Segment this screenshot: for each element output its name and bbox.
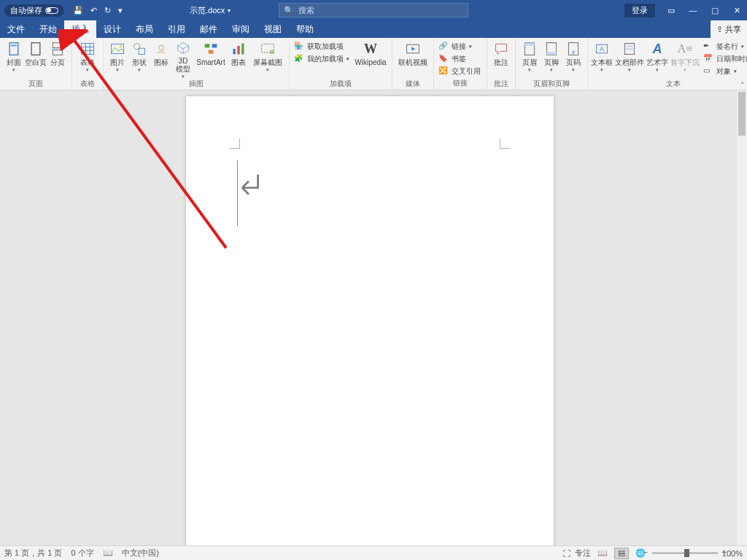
wikipedia-button[interactable]: WWikipedia <box>352 39 389 79</box>
svg-marker-29 <box>411 47 415 51</box>
tab-insert[interactable]: 插入 <box>64 20 96 38</box>
model3d-button[interactable]: 3D 模型▾ <box>172 39 194 79</box>
footer-button[interactable]: 页脚▾ <box>541 39 562 79</box>
link-icon: 🔗 <box>438 42 449 52</box>
svg-text:A: A <box>600 45 605 52</box>
spellcheck-icon[interactable]: 📖 <box>103 548 113 558</box>
pagenum-button[interactable]: #页码▾ <box>562 39 584 79</box>
quickparts-label: 文档部件 <box>615 58 644 66</box>
model3d-icon <box>175 41 191 55</box>
focus-icon[interactable]: ⛶ <box>562 549 570 558</box>
svg-rect-18 <box>205 44 210 47</box>
status-words[interactable]: 0 个字 <box>71 548 93 559</box>
bookmark-icon: 🔖 <box>438 54 449 64</box>
quickparts-icon <box>622 41 638 57</box>
tab-file[interactable]: 文件 <box>0 20 32 38</box>
object-button[interactable]: ▭对象▾ <box>703 66 747 77</box>
object-icon: ▭ <box>703 66 713 77</box>
tab-design[interactable]: 设计 <box>96 20 128 38</box>
signature-icon: ✒ <box>703 42 713 52</box>
table-button[interactable]: 表格▾ <box>75 39 100 79</box>
status-page[interactable]: 第 1 页，共 1 页 <box>4 548 62 559</box>
collapse-ribbon-icon[interactable]: ⌃ <box>740 81 746 88</box>
quickparts-button[interactable]: 文档部件▾ <box>613 39 646 79</box>
document-page[interactable] <box>186 96 554 545</box>
crossref-button[interactable]: 🔀交叉引用 <box>438 66 481 77</box>
picture-button[interactable]: 图片▾ <box>107 39 128 79</box>
zoom-knob[interactable] <box>684 549 689 557</box>
bookmark-label: 书签 <box>452 54 466 64</box>
group-headerfooter: 页眉▾ 页脚▾ #页码▾ 页眉和页脚 <box>516 38 588 90</box>
chart-label: 图表 <box>231 58 246 66</box>
chart-button[interactable]: 图表 <box>228 39 249 79</box>
page-break-icon <box>50 41 66 57</box>
comment-button[interactable]: 批注 <box>490 39 512 79</box>
video-label: 联机视频 <box>398 58 427 66</box>
tab-layout[interactable]: 布局 <box>128 20 160 38</box>
picture-label: 图片 <box>110 58 125 66</box>
header-label: 页眉 <box>522 58 537 66</box>
blank-page-button[interactable]: 空白页 <box>25 39 47 79</box>
dropcap-button[interactable]: A≡首字下沉▾ <box>668 39 702 79</box>
save-icon[interactable]: 💾 <box>73 6 83 15</box>
tab-home[interactable]: 开始 <box>32 20 64 38</box>
minimize-icon[interactable]: — <box>683 0 703 20</box>
svg-point-12 <box>120 45 122 47</box>
close-icon[interactable]: ✕ <box>727 0 747 20</box>
focus-label[interactable]: 专注 <box>575 548 591 559</box>
ribbon: 封面▾ 空白页 分页 页面 表格▾ 表格 图片▾ 形状▾ 图标 <box>0 38 747 90</box>
get-addins-button[interactable]: 🏪获取加载项 <box>294 41 349 52</box>
header-button[interactable]: 页眉▾ <box>519 39 541 79</box>
vertical-scrollbar[interactable] <box>737 90 747 545</box>
scrollbar-thumb[interactable] <box>738 92 746 136</box>
smartart-button[interactable]: SmartArt <box>194 39 228 79</box>
tab-references[interactable]: 引用 <box>160 20 193 38</box>
shapes-button[interactable]: 形状▾ <box>128 39 150 79</box>
status-language[interactable]: 中文(中国) <box>122 548 159 559</box>
wordart-button[interactable]: A艺术字▾ <box>646 39 668 79</box>
my-addins-button[interactable]: 🧩我的加载项 ▾ <box>294 53 349 65</box>
video-icon <box>405 41 421 57</box>
wordart-label: 艺术字 <box>646 58 668 66</box>
group-comments: 批注 批注 <box>487 38 516 90</box>
qat-dropdown-icon[interactable]: ▾ <box>118 6 123 15</box>
paragraph-mark-icon <box>236 169 262 203</box>
dropcap-icon: A≡ <box>677 41 693 57</box>
comment-label: 批注 <box>494 58 508 66</box>
login-button[interactable]: 登录 <box>624 4 655 18</box>
online-video-button[interactable]: 联机视频 <box>395 39 430 79</box>
group-text: A文本框▾ 文档部件▾ A艺术字▾ A≡首字下沉▾ ✒签名行▾ 📅日期和时间 ▭… <box>588 38 747 90</box>
tab-help[interactable]: 帮助 <box>289 20 321 38</box>
page-break-button[interactable]: 分页 <box>47 39 69 79</box>
redo-icon[interactable]: ↻ <box>104 6 111 15</box>
search-input[interactable]: 🔍 搜索 <box>279 3 468 18</box>
group-tables-label: 表格 <box>80 79 95 90</box>
undo-icon[interactable]: ↶ <box>90 6 97 15</box>
tab-view[interactable]: 视图 <box>257 20 289 38</box>
autosave-toggle[interactable]: 自动保存 <box>4 4 64 17</box>
signature-button[interactable]: ✒签名行▾ <box>703 41 747 52</box>
tab-review[interactable]: 审阅 <box>225 20 257 38</box>
zoom-slider[interactable] <box>652 552 718 554</box>
read-mode-icon[interactable]: 📖 <box>595 548 610 559</box>
group-media-label: 媒体 <box>406 79 420 90</box>
title-dropdown-icon[interactable]: ▾ <box>228 7 231 14</box>
bookmark-button[interactable]: 🔖书签 <box>438 53 481 65</box>
share-button[interactable]: ⇪ 共享 <box>711 20 747 38</box>
group-text-label: 文本 <box>666 79 681 90</box>
maximize-icon[interactable]: ▢ <box>705 0 725 20</box>
get-addins-label: 获取加载项 <box>307 42 344 52</box>
screenshot-button[interactable]: 屏幕截图▾ <box>249 39 286 79</box>
print-layout-icon[interactable]: ▤ <box>614 548 629 559</box>
textbox-button[interactable]: A文本框▾ <box>591 39 613 79</box>
picture-icon <box>109 41 125 57</box>
tab-mailings[interactable]: 邮件 <box>193 20 225 38</box>
link-button[interactable]: 🔗链接 ▾ <box>438 41 481 52</box>
icons-button[interactable]: 图标 <box>150 39 172 79</box>
screenshot-label: 屏幕截图 <box>253 58 282 66</box>
datetime-button[interactable]: 📅日期和时间 <box>703 53 747 65</box>
ribbon-display-icon[interactable]: ▭ <box>661 0 681 20</box>
cover-page-button[interactable]: 封面▾ <box>3 39 25 79</box>
crossref-icon: 🔀 <box>438 66 449 77</box>
dropcap-label: 首字下沉 <box>670 58 700 66</box>
